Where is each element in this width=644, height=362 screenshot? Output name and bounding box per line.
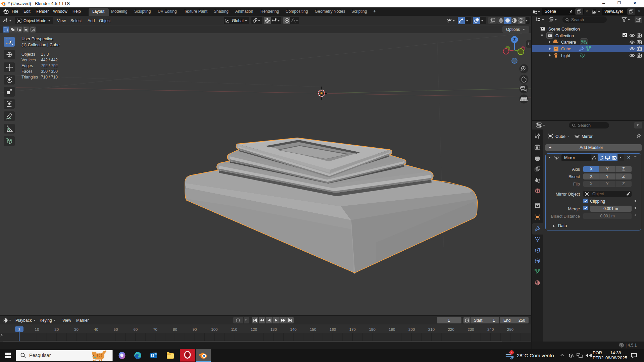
svg-text:190: 190 [389,327,395,331]
svg-text:170: 170 [349,327,356,331]
svg-text:240: 240 [487,327,494,331]
svg-text:160: 160 [330,327,336,331]
svg-text:150: 150 [310,327,316,331]
svg-text:230: 230 [468,327,474,331]
svg-text:70: 70 [153,327,157,331]
svg-text:200: 200 [408,327,415,331]
svg-text:100: 100 [211,327,217,331]
svg-text:220: 220 [448,327,454,331]
svg-text:20: 20 [54,327,59,331]
svg-text:90: 90 [193,327,197,331]
svg-text:110: 110 [231,327,237,331]
svg-text:60: 60 [133,327,138,331]
svg-text:250: 250 [507,327,513,331]
svg-text:80: 80 [173,327,177,331]
svg-text:30: 30 [74,327,79,331]
svg-text:180: 180 [369,327,376,331]
svg-text:120: 120 [251,327,257,331]
svg-text:210: 210 [428,327,435,331]
svg-text:10: 10 [35,327,39,331]
svg-text:140: 140 [290,327,296,331]
svg-text:50: 50 [114,327,118,331]
svg-text:1: 1 [18,327,20,331]
svg-text:Z: Z [513,38,516,42]
svg-text:130: 130 [270,327,277,331]
svg-text:40: 40 [94,327,98,331]
